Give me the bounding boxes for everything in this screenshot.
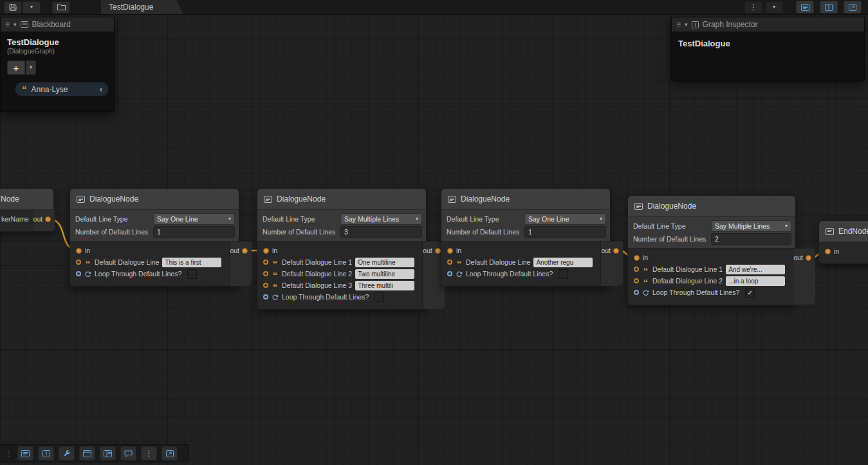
node-title-bar[interactable]: DialogueNode xyxy=(70,189,239,210)
node-title-bar[interactable]: DialogueNode xyxy=(257,189,426,210)
string-port[interactable] xyxy=(263,271,268,276)
output-port[interactable] xyxy=(435,248,441,254)
end-node-icon xyxy=(826,228,834,235)
blackboard-icon xyxy=(21,21,28,28)
field-number-of-default-lines[interactable]: 1 xyxy=(153,226,235,238)
port-label: kerName xyxy=(1,215,29,223)
string-port[interactable] xyxy=(263,260,268,265)
graph-canvas[interactable]: NodekerNameoutDialogueNodeDefault Line T… xyxy=(0,14,868,465)
input-port[interactable] xyxy=(263,248,269,254)
out-port-row: out xyxy=(601,245,623,256)
node-end[interactable]: EndNodein xyxy=(818,220,868,264)
chevron-down-icon[interactable]: ▾ xyxy=(685,22,688,28)
graph-inspector-header[interactable]: ≡ ▾ Graph Inspector xyxy=(672,17,864,32)
node-d1[interactable]: DialogueNodeDefault Line TypeSay One Lin… xyxy=(69,188,239,287)
node-title-bar[interactable]: Node xyxy=(0,189,53,210)
loop-checkbox[interactable] xyxy=(374,292,384,302)
output-port[interactable] xyxy=(806,255,811,261)
toolbar-grip[interactable]: ⋮ xyxy=(5,450,12,458)
node-d3[interactable]: DialogueNodeDefault Line TypeSay One Lin… xyxy=(441,188,611,287)
blackboard-graph-type: (DialogueGraph) xyxy=(7,48,114,55)
bool-port[interactable] xyxy=(76,271,81,276)
fullscreen-toggle[interactable] xyxy=(844,1,862,14)
blackboard-toggle[interactable] xyxy=(796,1,814,14)
input-port[interactable] xyxy=(76,248,82,254)
dialogue-line-field[interactable]: Two multiline xyxy=(355,269,414,279)
node-d2[interactable]: DialogueNodeDefault Line TypeSay Multipl… xyxy=(257,188,427,310)
dropdown-default-line-type[interactable]: Say One Line▾ xyxy=(153,213,235,225)
node-title-bar[interactable]: EndNode xyxy=(819,221,868,242)
bool-port[interactable] xyxy=(447,271,452,276)
blackboard-button[interactable] xyxy=(17,446,33,460)
output-port[interactable] xyxy=(613,248,619,254)
input-port[interactable] xyxy=(447,248,453,254)
blackboard-body: TestDialogue (DialogueGraph) + ▾ “Anna-L… xyxy=(1,37,114,97)
dialogue-line-field[interactable]: And we're... xyxy=(726,265,785,274)
more-button[interactable]: ⋮ xyxy=(141,446,157,460)
kebab-menu-button[interactable]: ⋮ xyxy=(744,1,762,14)
node-d4[interactable]: DialogueNodeDefault Line TypeSay Multipl… xyxy=(627,195,796,305)
chevron-down-icon: ▾ xyxy=(30,5,33,10)
panels-button[interactable] xyxy=(100,446,116,460)
string-port[interactable] xyxy=(263,283,268,288)
port-row-default-dialogue-line-1: “Default Dialogue Line 1And we're... xyxy=(628,263,793,275)
blackboard-field[interactable]: “Anna-Lyse‹ xyxy=(15,82,109,97)
dialogue-line-field[interactable]: This is a first xyxy=(162,258,221,267)
field-number-of-default-lines[interactable]: 1 xyxy=(524,226,606,238)
input-ports: in“Default Dialogue LineAnother reguLoop… xyxy=(441,242,600,286)
menu-dropdown-button[interactable]: ▾ xyxy=(765,1,783,14)
tab-label: TestDialogue xyxy=(109,3,153,12)
string-port[interactable] xyxy=(447,260,452,265)
dialogue-line-field[interactable]: ...in a loop xyxy=(726,276,785,286)
string-port[interactable] xyxy=(634,267,639,272)
collapse-chevron-icon[interactable]: ‹ xyxy=(100,84,102,94)
inspector-toggle[interactable] xyxy=(820,1,838,14)
port-row-in: in xyxy=(628,252,793,263)
save-button[interactable] xyxy=(4,1,22,14)
tab-testdialogue[interactable]: TestDialogue xyxy=(101,0,183,14)
inspector-button[interactable] xyxy=(38,446,54,460)
panels-icon xyxy=(104,450,112,457)
chevron-down-icon[interactable]: ▾ xyxy=(14,22,17,28)
tools-button[interactable] xyxy=(59,446,75,460)
bool-port[interactable] xyxy=(634,290,639,295)
bool-port[interactable] xyxy=(263,294,268,299)
node-title: DialogueNode xyxy=(89,195,138,204)
loop-checkbox[interactable]: ✓ xyxy=(745,288,755,298)
add-property-dropdown[interactable]: ▾ xyxy=(26,61,36,75)
loop-icon xyxy=(84,270,91,278)
field-number-of-default-lines[interactable]: 2 xyxy=(711,233,791,245)
loop-checkbox[interactable] xyxy=(559,269,568,279)
fullscreen-button[interactable] xyxy=(162,446,178,460)
dialogue-line-field[interactable]: Three multili xyxy=(355,281,414,290)
out-port-row: out xyxy=(33,213,55,225)
dropdown-default-line-type[interactable]: Say Multiple Lines▾ xyxy=(711,220,791,232)
open-asset-button[interactable] xyxy=(52,1,70,14)
string-port[interactable] xyxy=(634,278,639,283)
output-port[interactable] xyxy=(242,248,248,254)
output-port[interactable] xyxy=(45,216,51,222)
dialogue-line-field[interactable]: Another regu xyxy=(533,258,593,267)
node-speaker[interactable]: NodekerNameout xyxy=(0,188,54,232)
port-label: in xyxy=(85,247,90,254)
node-title-bar[interactable]: DialogueNode xyxy=(628,196,795,217)
input-ports: in“Default Dialogue Line 1And we're...“D… xyxy=(628,249,793,305)
string-port[interactable] xyxy=(76,260,81,265)
save-dropdown-button[interactable]: ▾ xyxy=(23,1,41,14)
field-number-of-default-lines[interactable]: 3 xyxy=(340,226,422,238)
port-label: out xyxy=(793,254,803,261)
dropdown-default-line-type[interactable]: Say One Line▾ xyxy=(524,213,606,225)
port-label: Default Dialogue Line 1 xyxy=(652,265,723,273)
blackboard-header[interactable]: ≡ ▾ Blackboard xyxy=(1,17,114,32)
dropdown-default-line-type[interactable]: Say Multiple Lines▾ xyxy=(340,213,422,225)
node-title-bar[interactable]: DialogueNode xyxy=(441,189,610,210)
dialogue-line-field[interactable]: One multiline xyxy=(355,258,414,267)
node-ports: in“Default Dialogue LineThis is a firstL… xyxy=(70,242,239,286)
port-row-in: in xyxy=(257,245,422,256)
loop-checkbox[interactable] xyxy=(187,269,197,279)
input-port[interactable] xyxy=(825,249,831,254)
dialogue-button[interactable] xyxy=(120,446,136,460)
window-button[interactable] xyxy=(79,446,95,460)
input-port[interactable] xyxy=(634,255,640,261)
add-property-button[interactable]: + xyxy=(7,61,25,75)
